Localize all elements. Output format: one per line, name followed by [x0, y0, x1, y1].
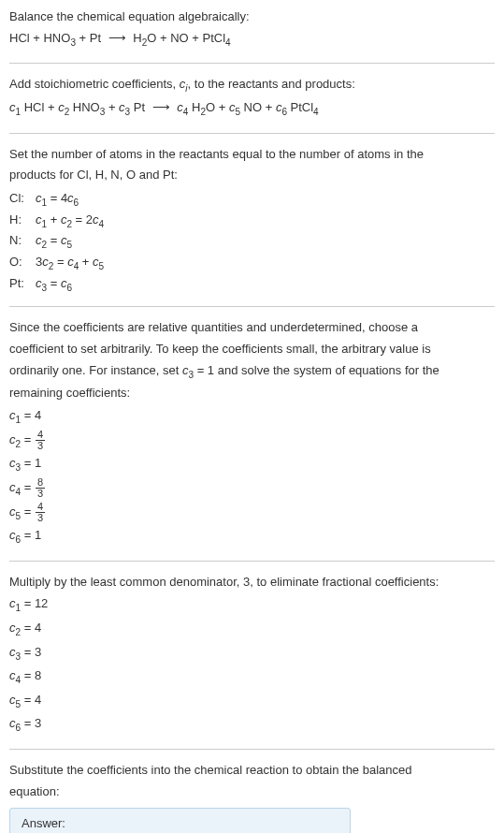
coeff-c4: c4 = 8 [9, 665, 495, 688]
answer-text-1: Substitute the coefficients into the che… [9, 761, 495, 781]
section-multiply: Multiply by the least common denominator… [9, 573, 495, 750]
coeff-c6: c6 = 3 [9, 713, 495, 736]
answer-label: Answer: [22, 816, 338, 830]
multiply-title: Multiply by the least common denominator… [9, 573, 495, 592]
stoich-title: Add stoichiometric coefficients, ci, to … [9, 75, 495, 96]
coeff-c1: c1 = 4 [9, 405, 495, 428]
coefficient-list-integer: c1 = 12 c2 = 4 c3 = 3 c4 = 8 c5 = 4 c6 =… [9, 593, 495, 736]
solve-text-4: remaining coefficients: [9, 384, 495, 403]
atom-equations: Cl: c1 = 4c6 H: c1 + c2 = 2c4 N: c2 = c5… [9, 189, 495, 295]
coeff-c1: c1 = 12 [9, 593, 495, 616]
coeff-c6: c6 = 1 [9, 525, 495, 548]
fraction: 43 [36, 430, 45, 451]
arrow-icon: ⟶ [149, 100, 173, 114]
atom-row-h: H: c1 + c2 = 2c4 [9, 211, 495, 232]
answer-text-2: equation: [9, 782, 495, 802]
fraction: 43 [36, 502, 45, 523]
atom-row-cl: Cl: c1 = 4c6 [9, 189, 495, 211]
coefficient-list-fractional: c1 = 4 c2 = 43 c3 = 1 c4 = 83 c5 = 43 c6… [9, 405, 495, 548]
coeff-c2: c2 = 43 [9, 430, 495, 452]
atom-row-n: N: c2 = c5 [9, 231, 495, 253]
problem-equation: HCl + HNO3 + Pt ⟶ H2O + NO + PtCl4 [9, 29, 495, 51]
answer-box: Answer: 12 HCl + 4 HNO3 + 3 Pt ⟶ 8 H2O +… [9, 808, 351, 833]
stoich-equation: c1 HCl + c2 HNO3 + c3 Pt ⟶ c4 H2O + c5 N… [9, 98, 495, 120]
solve-text-2: coefficient to set arbitrarily. To keep … [9, 340, 495, 359]
coeff-c4: c4 = 83 [9, 477, 495, 500]
section-solve: Since the coefficients are relative quan… [9, 318, 495, 562]
coeff-c5: c5 = 43 [9, 502, 495, 524]
coeff-c3: c3 = 1 [9, 453, 495, 475]
atoms-title-2: products for Cl, H, N, O and Pt: [9, 166, 495, 185]
section-answer: Substitute the coefficients into the che… [9, 761, 495, 833]
arrow-icon: ⟶ [105, 31, 129, 45]
coeff-c5: c5 = 4 [9, 690, 495, 712]
fraction: 83 [36, 477, 45, 499]
solve-text-3: ordinarily one. For instance, set c3 = 1… [9, 361, 495, 383]
coeff-c2: c2 = 4 [9, 618, 495, 640]
section-problem: Balance the chemical equation algebraica… [9, 7, 495, 64]
problem-title: Balance the chemical equation algebraica… [9, 7, 495, 27]
section-stoichiometric: Add stoichiometric coefficients, ci, to … [9, 75, 495, 133]
atom-row-pt: Pt: c3 = c6 [9, 274, 495, 296]
atom-row-o: O: 3c2 = c4 + c5 [9, 253, 495, 274]
atoms-title-1: Set the number of atoms in the reactants… [9, 145, 495, 165]
solve-text-1: Since the coefficients are relative quan… [9, 318, 495, 338]
section-atoms: Set the number of atoms in the reactants… [9, 145, 495, 308]
coeff-c3: c3 = 3 [9, 642, 495, 665]
